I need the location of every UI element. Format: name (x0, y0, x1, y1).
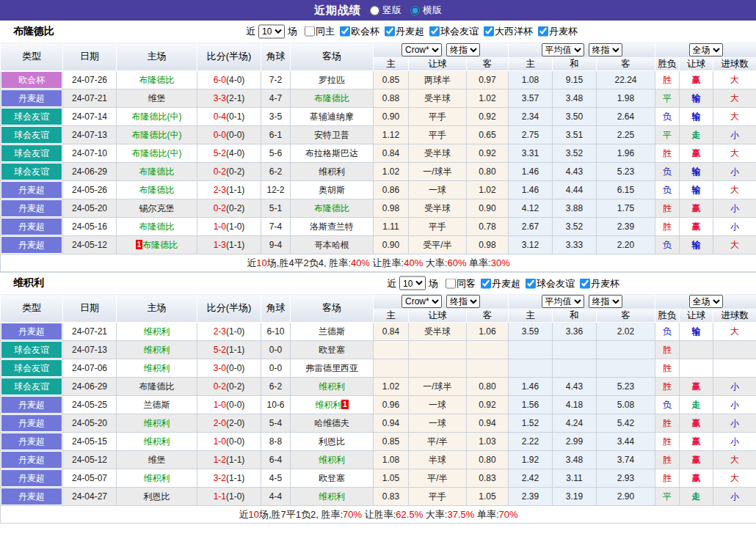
result-goals-cell: 大 (713, 451, 756, 469)
league-badge: 丹麦超 (1, 397, 62, 413)
result-winlose-cell: 负 (655, 236, 680, 254)
halftime-score: (0-1) (226, 111, 244, 122)
col-home: 主场 (117, 294, 197, 323)
score-cell: 1-1(1-0) (197, 488, 261, 506)
same-venue-checkbox[interactable] (446, 278, 456, 288)
recent-count-select[interactable]: 10 (258, 24, 285, 38)
away-team-cell: 维积利 (291, 488, 374, 506)
league-checkbox-0[interactable] (481, 278, 491, 288)
halftime-score: (0-0) (226, 363, 244, 373)
scope-select[interactable]: 全场 (689, 43, 723, 56)
league-filter-1[interactable]: 球会友谊 (520, 276, 575, 290)
col-date: 日期 (63, 43, 117, 71)
away-team-name: 维积利 (315, 400, 341, 410)
horizontal-radio[interactable] (410, 6, 420, 15)
avg-home-cell: 1.46 (509, 181, 553, 199)
summary-segment: 37.5% (447, 509, 474, 520)
same-venue-checkbox[interactable] (305, 26, 315, 37)
summary-segment: 单率: (466, 257, 490, 268)
odds-away-cell: 1.03 (467, 433, 509, 451)
scope-select[interactable]: 全场 (689, 295, 723, 308)
league-checkbox-1[interactable] (385, 26, 395, 37)
home-team-name: 兰德斯 (144, 400, 170, 410)
league-checkbox-3[interactable] (484, 26, 494, 37)
summary-segment: 60% (447, 257, 466, 268)
league-checkbox-2[interactable] (580, 278, 590, 288)
league-checkbox-label: 欧会杯 (351, 25, 379, 38)
halftime-score: (1-1) (226, 455, 244, 465)
result-handicap-cell: 输 (680, 163, 713, 181)
same-venue-toggle[interactable]: 同主 (297, 25, 335, 38)
home-team-cell: 锡尔克堡 (117, 199, 197, 218)
result-value: 胜 (663, 436, 672, 447)
vertical-radio[interactable] (370, 6, 379, 15)
league-badge: 球会友谊 (1, 360, 62, 376)
layout-radio-horizontal[interactable]: 横版 (410, 4, 442, 17)
result-value: 负 (663, 326, 672, 337)
odds-group-header: Crow*终指 (374, 294, 509, 309)
home-team-name: 维积利 (144, 345, 170, 355)
result-value: 负 (663, 185, 672, 195)
odds-handicap-cell: 一球 (409, 414, 467, 433)
halftime-score: (0-0) (226, 130, 244, 140)
away-team-name: 洛斯查兰特 (310, 221, 354, 232)
avg-away-cell: 1.75 (597, 199, 655, 218)
avg-away-cell: 6.15 (597, 181, 655, 199)
odds-final-select[interactable]: 终指 (446, 295, 480, 308)
home-team-cell: 布隆德比(中) (117, 108, 197, 126)
home-team-name: 布隆德比(中) (132, 130, 182, 140)
corner-cell: 4-5 (261, 469, 291, 488)
home-team-name: 布隆德比 (139, 381, 175, 392)
same-venue-toggle[interactable]: 同客 (438, 276, 476, 290)
avg-source-select[interactable]: 平均值 (542, 295, 584, 308)
league-cell: 球会友谊 (1, 144, 63, 163)
avg-final-select[interactable]: 终指 (589, 295, 622, 308)
odds-away-cell: 0.92 (467, 144, 509, 163)
league-checkbox-0[interactable] (340, 26, 350, 37)
league-checkbox-2[interactable] (429, 26, 440, 37)
sub-avg-draw: 和 (553, 309, 597, 323)
league-filter-1[interactable]: 丹麦超 (379, 25, 424, 38)
league-filter-0[interactable]: 欧会杯 (335, 25, 379, 38)
league-checkbox-4[interactable] (538, 26, 548, 37)
odds-handicap-cell (409, 341, 467, 359)
league-cell: 丹麦超 (1, 181, 63, 199)
corner-cell: 6-4 (261, 451, 291, 469)
date-cell: 24-05-26 (63, 181, 117, 199)
match-row: 丹麦超24-05-121布隆德比1-3(1-1)9-4哥本哈根0.90受平/半0… (1, 236, 756, 254)
league-filter-2[interactable]: 丹麦杯 (575, 276, 619, 290)
odds-home-cell: 0.94 (374, 414, 409, 433)
league-filter-0[interactable]: 丹麦超 (476, 276, 520, 290)
odds-source-select[interactable]: Crow* (401, 43, 442, 56)
away-team-name: 布拉格斯巴达 (305, 148, 358, 158)
layout-radio-vertical[interactable]: 竖版 (370, 4, 401, 17)
odds-handicap-cell: 半球 (409, 451, 467, 469)
avg-source-select[interactable]: 平均值 (542, 43, 584, 56)
home-team-name: 布隆德比(中) (132, 111, 182, 122)
league-filter-2[interactable]: 球会友谊 (424, 25, 479, 38)
match-row: 球会友谊24-06-29布隆德比0-2(0-2)6-2维积利1.02一/球半0.… (1, 163, 756, 181)
result-value: 输 (692, 185, 701, 195)
recent-count-select[interactable]: 10 (399, 276, 426, 290)
result-value: 赢 (692, 473, 701, 483)
odds-final-select[interactable]: 终指 (446, 43, 480, 56)
odds-away-cell: 0.80 (467, 451, 509, 469)
odds-home-cell: 0.83 (374, 488, 409, 506)
league-checkbox-1[interactable] (526, 278, 536, 288)
odds-source-select[interactable]: Crow* (401, 295, 442, 308)
league-filter-3[interactable]: 大西洋杯 (479, 25, 533, 38)
result-value: 大 (730, 185, 739, 195)
avg-final-select[interactable]: 终指 (589, 43, 622, 56)
odds-handicap-cell: 平手 (409, 218, 467, 236)
odds-away-cell: 0.98 (467, 236, 509, 254)
date-cell: 24-07-26 (63, 71, 117, 89)
league-filter-4[interactable]: 丹麦杯 (533, 25, 578, 38)
result-winlose-cell: 胜 (655, 199, 680, 218)
odds-handicap-cell: 平手 (409, 488, 467, 506)
corner-cell: 6-2 (261, 163, 291, 181)
date-cell: 24-07-06 (63, 359, 117, 378)
result-value: 胜 (663, 363, 672, 373)
avg-home-cell: 1.56 (509, 396, 553, 414)
result-handicap-cell: 输 (680, 323, 713, 341)
league-badge: 球会友谊 (1, 378, 62, 395)
